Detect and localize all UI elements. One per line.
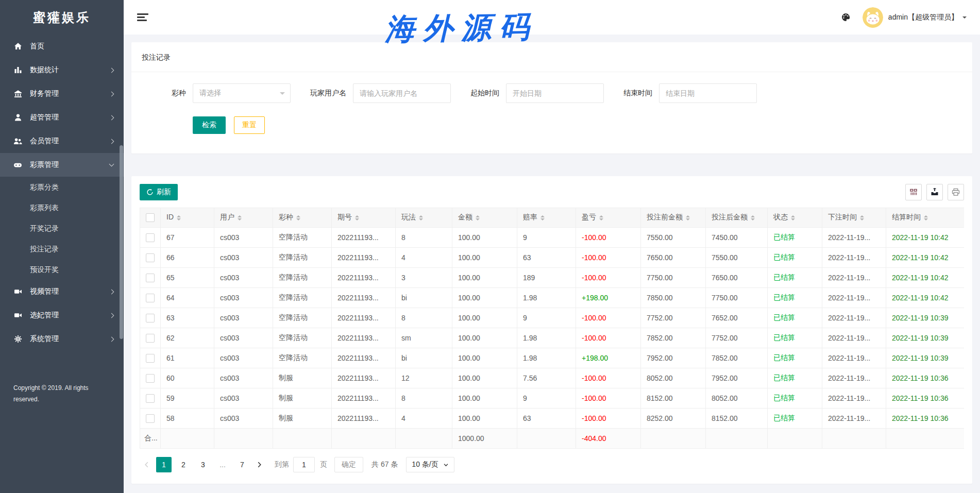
row-checkbox[interactable] <box>146 374 155 383</box>
cell-lottery: 空降活动 <box>273 248 332 268</box>
table-header-row: ID 用户 彩种 期号 玩法 金额 赔率 盈亏 投注前金额 投注后金额 状态 下… <box>140 208 965 228</box>
sidebar-subitem-开奖记录[interactable]: 开奖记录 <box>0 218 124 239</box>
cell-play: 4 <box>396 248 452 268</box>
sidebar-item-系统管理[interactable]: 系统管理 <box>0 327 124 351</box>
pagination: 123...7 到第 页 确定 共 67 条 10 条/页 <box>140 457 964 472</box>
row-checkbox[interactable] <box>146 354 155 363</box>
column-header-盈亏: 盈亏 <box>576 208 641 228</box>
reset-button[interactable]: 重置 <box>234 116 265 134</box>
sidebar-subitem-彩票分类[interactable]: 彩票分类 <box>0 177 124 197</box>
sort-icon[interactable] <box>860 213 864 223</box>
column-header-金额: 金额 <box>452 208 517 228</box>
status-badge: 已结算 <box>768 368 822 388</box>
sidebar: 蜜獾娱乐 首页 数据统计 财务管理 超管管理 会员管理 彩票管理 彩票分类 彩票… <box>0 0 124 493</box>
sidebar-item-彩票管理[interactable]: 彩票管理 <box>0 153 124 177</box>
lottery-type-select[interactable]: 请选择 <box>193 83 291 103</box>
sidebar-item-财务管理[interactable]: 财务管理 <box>0 82 124 106</box>
status-badge: 已结算 <box>768 288 822 308</box>
page-number[interactable]: 1 <box>156 457 172 472</box>
sidebar-subitem-投注记录[interactable]: 投注记录 <box>0 239 124 259</box>
page-number[interactable]: 2 <box>176 457 191 472</box>
sidebar-subitem-彩票列表[interactable]: 彩票列表 <box>0 197 124 218</box>
cell-settle-time: 2022-11-19 10:39 <box>886 328 965 348</box>
page-number[interactable]: 3 <box>195 457 211 472</box>
sort-icon[interactable] <box>751 213 755 223</box>
row-checkbox[interactable] <box>146 334 155 343</box>
menu-toggle-icon[interactable] <box>137 12 148 23</box>
sidebar-item-会员管理[interactable]: 会员管理 <box>0 129 124 153</box>
sidebar-item-首页[interactable]: 首页 <box>0 35 124 58</box>
cell-settle-time: 2022-11-19 10:39 <box>886 348 965 368</box>
chevron-icon <box>109 336 114 342</box>
start-date-input[interactable] <box>506 83 604 103</box>
cell-user: cs003 <box>214 248 273 268</box>
cell-issue: 202211193... <box>332 248 396 268</box>
player-name-input[interactable] <box>353 83 451 103</box>
table-row: 66 cs003 空降活动 202211193... 4 100.00 63 -… <box>140 248 965 268</box>
page-size-select[interactable]: 10 条/页 <box>406 457 454 472</box>
sort-icon[interactable] <box>177 213 181 223</box>
sidebar-item-数据统计[interactable]: 数据统计 <box>0 58 124 82</box>
cell-profit: -100.00 <box>576 328 641 348</box>
cell-user: cs003 <box>214 368 273 388</box>
users-icon <box>13 137 22 146</box>
sort-icon[interactable] <box>238 213 242 223</box>
theme-palette-icon[interactable] <box>841 13 850 22</box>
sort-icon[interactable] <box>599 213 603 223</box>
sidebar-item-视频管理[interactable]: 视频管理 <box>0 280 124 303</box>
sort-icon[interactable] <box>540 213 545 223</box>
cell-settle-time: 2022-11-19 10:42 <box>886 268 965 288</box>
sort-icon[interactable] <box>355 213 359 223</box>
row-checkbox[interactable] <box>146 394 155 403</box>
select-caret-icon <box>280 92 285 97</box>
page-size-value: 10 条/页 <box>412 460 438 469</box>
sidebar-scrollbar[interactable] <box>120 145 123 339</box>
cell-amount: 100.00 <box>452 308 517 328</box>
row-checkbox[interactable] <box>146 414 155 423</box>
cell-issue: 202211193... <box>332 368 396 388</box>
columns-filter-button[interactable] <box>905 184 922 200</box>
sort-icon[interactable] <box>924 213 928 223</box>
cell-odds: 9 <box>517 308 576 328</box>
chevron-icon <box>109 289 114 294</box>
sort-icon[interactable] <box>476 213 480 223</box>
row-checkbox[interactable] <box>146 294 155 302</box>
cell-balance-before: 8152.00 <box>641 388 706 409</box>
print-button[interactable] <box>948 184 964 200</box>
cell-user: cs003 <box>214 288 273 308</box>
user-menu[interactable]: admin【超级管理员】 <box>888 13 967 22</box>
sidebar-subitem-预设开奖[interactable]: 预设开奖 <box>0 259 124 280</box>
sort-icon[interactable] <box>296 213 300 223</box>
sort-icon[interactable] <box>419 213 423 223</box>
sidebar-item-选妃管理[interactable]: 选妃管理 <box>0 303 124 327</box>
lottery-type-selected: 请选择 <box>199 89 221 98</box>
cell-amount: 100.00 <box>452 268 517 288</box>
page-number[interactable]: 7 <box>234 457 250 472</box>
row-checkbox[interactable] <box>146 274 155 282</box>
cell-id: 61 <box>161 348 214 368</box>
sort-icon[interactable] <box>686 213 690 223</box>
refresh-button[interactable]: 刷新 <box>140 184 178 200</box>
row-checkbox[interactable] <box>146 253 155 262</box>
cell-settle-time: 2022-11-19 10:36 <box>886 388 965 409</box>
cell-profit: -100.00 <box>576 308 641 328</box>
sort-icon[interactable] <box>791 213 795 223</box>
sidebar-item-超管管理[interactable]: 超管管理 <box>0 106 124 129</box>
next-page-icon[interactable] <box>252 457 266 472</box>
prev-page-icon[interactable] <box>140 457 154 472</box>
row-checkbox[interactable] <box>146 314 155 322</box>
select-all-checkbox[interactable] <box>146 213 155 222</box>
search-button[interactable]: 检索 <box>193 116 226 134</box>
end-date-input[interactable] <box>659 83 757 103</box>
app-logo: 蜜獾娱乐 <box>0 0 124 35</box>
cell-user: cs003 <box>214 228 273 248</box>
confirm-button[interactable]: 确定 <box>334 457 363 472</box>
avatar[interactable] <box>863 7 883 28</box>
export-button[interactable] <box>926 184 943 200</box>
goto-page-input[interactable] <box>293 457 315 472</box>
cell-lottery: 空降活动 <box>273 228 332 248</box>
cell-issue: 202211193... <box>332 328 396 348</box>
cell-balance-after: 7952.00 <box>706 368 768 388</box>
row-checkbox[interactable] <box>146 233 155 242</box>
page-ellipsis: ... <box>215 457 230 472</box>
